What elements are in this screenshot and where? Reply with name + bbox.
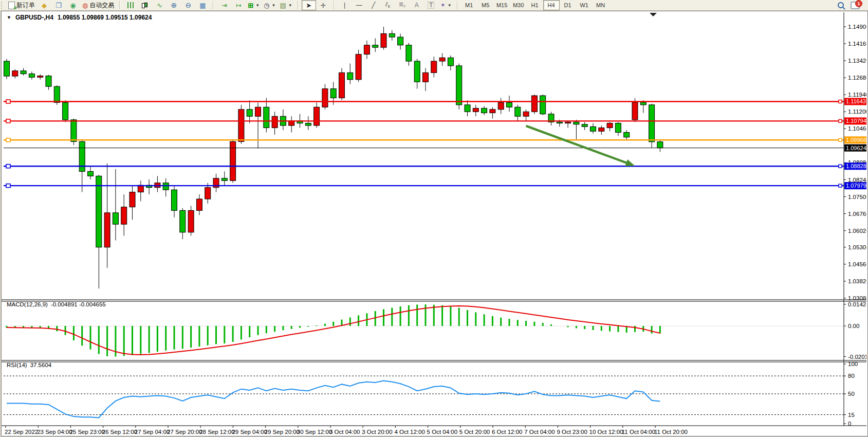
candle-body xyxy=(314,107,320,125)
chat-bubble-icon: 1 xyxy=(851,2,860,9)
signals-button[interactable]: ◉ xyxy=(66,0,80,10)
auto-trading-button[interactable]: ◍ 自动交易 xyxy=(80,0,116,10)
templates-button[interactable]: ▤▼ xyxy=(278,0,294,10)
candle-body xyxy=(657,142,663,148)
macd-tick-label: -0.020171 xyxy=(848,354,866,360)
hline-handle[interactable] xyxy=(839,138,842,141)
arrows-icon: ✦ xyxy=(440,2,446,8)
hline-handle[interactable] xyxy=(839,165,842,168)
tile-windows-button[interactable]: ▦ xyxy=(195,0,210,10)
rsi-indicator-label: RSI(14) 37.5604 xyxy=(7,362,51,368)
horizontal-line-tool-button[interactable]: — xyxy=(352,0,366,10)
text-tool-button[interactable]: A xyxy=(410,0,424,10)
timeframe-button-MN[interactable]: MN xyxy=(593,0,609,10)
candle-body xyxy=(398,37,403,45)
candle-body xyxy=(247,110,252,116)
price-tick-label: 1.11200 xyxy=(848,108,866,115)
candle-body xyxy=(531,96,537,112)
time-tick-label: 27 Sep 20:00 xyxy=(167,429,202,435)
candle-body xyxy=(490,110,495,113)
hline-handle[interactable] xyxy=(839,100,842,103)
candle-body xyxy=(172,190,177,210)
candle-body xyxy=(264,107,269,128)
vertical-line-tool-button[interactable]: | xyxy=(338,0,352,10)
candle-body xyxy=(238,110,244,142)
channel-tool-button[interactable]: ⫽E xyxy=(381,0,395,10)
macd-indicator-label: MACD(12,26,9) -0.004891 -0.004655 xyxy=(7,301,106,307)
toolbar-separator xyxy=(298,1,299,9)
candle-body xyxy=(196,199,202,210)
timeframe-button-H4[interactable]: H4 xyxy=(543,0,560,10)
arrows-tool-button[interactable]: ✦▼ xyxy=(438,0,454,10)
text-label-tool-button[interactable]: T xyxy=(424,0,438,10)
toolbar-separator xyxy=(213,1,214,9)
candle-body xyxy=(406,45,412,61)
timeframe-button-M15[interactable]: M15 xyxy=(494,0,510,10)
line-chart-mode-button[interactable]: ∿ xyxy=(152,0,167,10)
candle-body xyxy=(632,102,638,120)
toolbar-grip[interactable] xyxy=(1,2,4,9)
candle-body xyxy=(389,33,395,37)
trendline-tool-button[interactable]: ╱ xyxy=(366,0,381,10)
time-tick-label: 6 Oct 12:00 xyxy=(492,429,522,435)
zoom-in-button[interactable]: ⊕ xyxy=(167,0,181,10)
hline-handle[interactable] xyxy=(6,119,10,123)
candle-body xyxy=(46,76,51,87)
clock-icon: ◷ xyxy=(264,2,269,9)
search-button[interactable] xyxy=(834,0,848,10)
time-tick-label: 3 Oct 04:00 xyxy=(329,429,360,435)
cursor-tool-button[interactable]: ➤ xyxy=(302,0,316,10)
crosshair-tool-button[interactable]: ✛ xyxy=(316,0,330,10)
price-tick-label: 1.03820 xyxy=(848,278,866,284)
time-tick-label: 3 Oct 20:00 xyxy=(362,429,392,435)
periods-button[interactable]: ◷▼ xyxy=(262,0,278,10)
price-chart-canvas[interactable]: 1.149001.141601.134201.126801.119401.112… xyxy=(2,11,866,435)
candlestick-mode-button[interactable] xyxy=(138,0,152,10)
hline-handle[interactable] xyxy=(6,138,10,142)
timeframe-button-D1[interactable]: D1 xyxy=(560,0,576,10)
signal-icon: ◉ xyxy=(70,2,76,9)
time-tick-label: 23 Sep 04:00 xyxy=(37,429,72,435)
candle-body xyxy=(364,45,370,54)
line-chart-icon: ∿ xyxy=(157,2,162,9)
bar-chart-mode-button[interactable] xyxy=(123,0,138,10)
candle-body xyxy=(71,120,77,141)
notifications-button[interactable]: 1 xyxy=(848,0,862,10)
candle-body xyxy=(590,126,596,131)
fibonacci-tool-button[interactable]: ≣F xyxy=(395,0,410,10)
chart-dropdown-icon[interactable]: ▼ xyxy=(7,15,11,20)
hline-handle[interactable] xyxy=(6,184,10,188)
candle-body xyxy=(423,72,429,82)
time-tick-label: 9 Oct 23:00 xyxy=(557,429,587,435)
timeframe-button-M30[interactable]: M30 xyxy=(510,0,527,10)
auto-trading-label: 自动交易 xyxy=(89,1,114,10)
time-tick-label: 5 Oct 04:00 xyxy=(427,429,457,435)
price-tick-label: 1.14900 xyxy=(848,24,866,30)
zoom-out-button[interactable]: ⊖ xyxy=(181,0,195,10)
chart-title: ▼ GBPUSD-,H4 1.09855 1.09869 1.09515 1.0… xyxy=(7,14,152,21)
timeframe-button-M5[interactable]: M5 xyxy=(477,0,494,10)
market-depth-button[interactable]: ◆ xyxy=(37,0,51,10)
timeframe-button-M1[interactable]: M1 xyxy=(461,0,477,10)
hline-handle[interactable] xyxy=(839,119,842,122)
time-tick-label: 11 Oct 20:00 xyxy=(654,429,688,435)
candle-body xyxy=(163,183,169,190)
auto-scroll-button[interactable]: ⇥ xyxy=(217,0,231,10)
candle-body xyxy=(515,107,521,116)
hline-handle[interactable] xyxy=(6,100,10,103)
candle-body xyxy=(473,108,478,112)
price-tag-label: 1.08828 xyxy=(846,163,866,169)
candle-body xyxy=(188,210,194,232)
new-order-button[interactable]: 新订单 xyxy=(6,0,37,10)
hline-handle[interactable] xyxy=(6,165,10,168)
candle-body xyxy=(624,132,630,137)
price-tag-label: 1.07979 xyxy=(846,183,866,189)
new-chart-button[interactable]: ❐ xyxy=(51,0,66,10)
chart-shift-button[interactable]: ↦ xyxy=(231,0,246,10)
timeframe-button-H1[interactable]: H1 xyxy=(527,0,543,10)
candle-body xyxy=(448,58,453,66)
price-tag-label: 1.11643 xyxy=(846,98,866,104)
timeframe-button-W1[interactable]: W1 xyxy=(576,0,593,10)
hline-handle[interactable] xyxy=(839,184,842,187)
indicators-button[interactable]: ⊞▼ xyxy=(246,0,262,10)
